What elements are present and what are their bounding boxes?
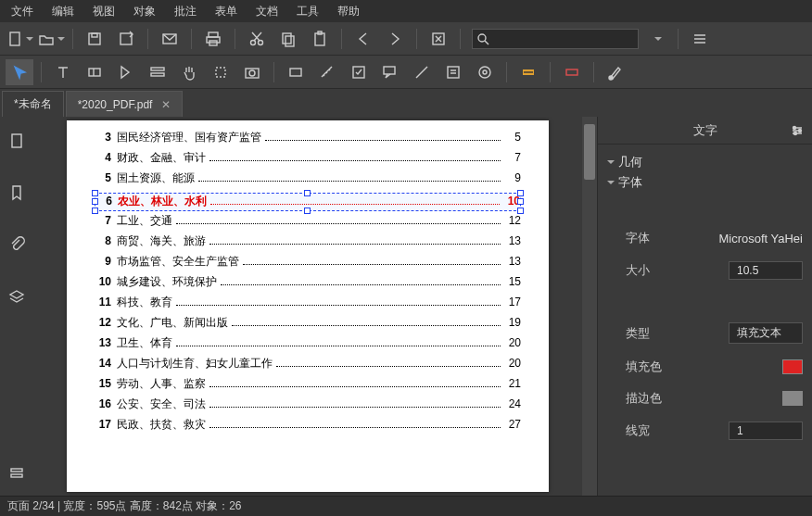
svg-rect-19: [216, 68, 225, 77]
svg-point-33: [793, 127, 796, 130]
section-font[interactable]: 字体: [607, 174, 803, 191]
measure-tool[interactable]: [313, 59, 341, 85]
document-tabs: *未命名*2020_PDF.pdf✕: [0, 89, 812, 117]
svg-rect-28: [566, 69, 577, 75]
resize-handle[interactable]: [92, 208, 98, 214]
resize-handle[interactable]: [517, 198, 524, 205]
check-tool[interactable]: [345, 59, 373, 85]
font-value[interactable]: Microsoft YaHei: [718, 232, 803, 245]
hand-tool[interactable]: [175, 59, 203, 85]
tab[interactable]: *2020_PDF.pdf✕: [66, 91, 184, 117]
snapshot-tool[interactable]: [238, 59, 266, 85]
text-edit-tool[interactable]: [81, 59, 108, 85]
paste-button[interactable]: [306, 26, 334, 52]
form-tool[interactable]: [144, 59, 171, 85]
svg-point-29: [609, 76, 613, 80]
toc-line: 14人口与计划生育、妇女儿童工作20: [95, 356, 521, 376]
resize-handle[interactable]: [304, 208, 311, 214]
search-options[interactable]: [642, 26, 670, 52]
attachments-panel-icon[interactable]: [3, 232, 31, 258]
svg-rect-22: [290, 69, 301, 76]
svg-rect-18: [151, 73, 164, 76]
pdf-page[interactable]: 3国民经济管理、国有资产监管54财政、金融、审计75国土资源、能源96农业、林业…: [67, 120, 549, 492]
new-button[interactable]: [6, 26, 33, 52]
note-tool[interactable]: [439, 59, 467, 85]
link-tool[interactable]: [112, 59, 140, 85]
brush-tool[interactable]: [602, 59, 629, 85]
crop-tool[interactable]: [207, 59, 235, 85]
toc-line: 5国土资源、能源9: [95, 170, 521, 191]
prev-button[interactable]: [349, 26, 377, 52]
menu-文档[interactable]: 文档: [247, 1, 287, 22]
toolbar-main: [0, 22, 812, 56]
toc-line: 9市场监管、安全生产监管13: [95, 254, 521, 274]
section-geometry[interactable]: 几何: [607, 154, 803, 170]
resize-handle[interactable]: [304, 190, 311, 196]
panel-settings-icon[interactable]: [790, 123, 805, 141]
line-tool[interactable]: [408, 59, 436, 85]
menu-对象[interactable]: 对象: [124, 1, 165, 22]
toc-line: 12文化、广电、新闻出版19: [95, 315, 521, 335]
svg-rect-17: [151, 68, 164, 70]
panel-settings-icon[interactable]: [3, 460, 31, 486]
menu-编辑[interactable]: 编辑: [43, 1, 83, 22]
svg-rect-11: [285, 36, 294, 46]
rect-tool[interactable]: [282, 59, 310, 85]
toolbar-tools: [0, 56, 812, 89]
toc-line: 15劳动、人事、监察21: [95, 376, 521, 396]
type-row: 类型 填充文本: [607, 315, 803, 351]
svg-rect-16: [89, 69, 100, 76]
target-tool[interactable]: [471, 59, 499, 85]
toc-line: 16公安、安全、司法24: [95, 396, 521, 417]
svg-rect-2: [92, 33, 97, 37]
linewidth-input[interactable]: 1: [729, 422, 803, 440]
menubar: 文件编辑视图对象批注表单文档工具帮助: [0, 0, 812, 22]
close-icon[interactable]: ✕: [161, 98, 171, 111]
resize-handle[interactable]: [517, 208, 524, 214]
menu-表单[interactable]: 表单: [206, 1, 247, 22]
svg-rect-25: [448, 67, 459, 78]
bookmarks-panel-icon[interactable]: [3, 180, 31, 206]
left-sidebar: [0, 117, 33, 496]
toc-line: 3国民经济管理、国有资产监管5: [95, 130, 521, 150]
tab[interactable]: *未命名: [2, 91, 64, 117]
svg-point-9: [259, 40, 263, 44]
fit-button[interactable]: [425, 26, 452, 52]
stroke-swatch[interactable]: [782, 391, 803, 406]
layers-panel-icon[interactable]: [3, 283, 31, 309]
redact-tool[interactable]: [558, 59, 586, 85]
callout-tool[interactable]: [376, 59, 404, 85]
open-button[interactable]: [37, 26, 65, 52]
menu-视图[interactable]: 视图: [83, 1, 124, 22]
svg-point-15: [478, 34, 486, 42]
menu-帮助[interactable]: 帮助: [328, 1, 369, 22]
menu-批注[interactable]: 批注: [165, 1, 206, 22]
save-button[interactable]: [81, 26, 108, 52]
print-button[interactable]: [199, 26, 227, 52]
svg-rect-1: [89, 33, 100, 44]
size-input[interactable]: 10.5: [729, 261, 803, 280]
text-tool[interactable]: [49, 59, 77, 85]
fill-swatch[interactable]: [782, 359, 803, 374]
menu-文件[interactable]: 文件: [2, 1, 43, 22]
vertical-scrollbar[interactable]: [582, 117, 597, 496]
resize-handle[interactable]: [92, 198, 98, 205]
resize-handle[interactable]: [92, 190, 98, 196]
resize-handle[interactable]: [517, 190, 524, 196]
type-select[interactable]: 填充文本: [729, 322, 803, 344]
next-button[interactable]: [381, 26, 409, 52]
pages-panel-icon[interactable]: [3, 128, 31, 154]
select-tool[interactable]: [6, 59, 33, 85]
search-input[interactable]: [472, 29, 639, 49]
selected-text-object[interactable]: 6农业、林业、水利10: [95, 193, 521, 211]
svg-point-34: [799, 130, 802, 132]
menu-lines-button[interactable]: [686, 26, 714, 52]
toc-line: 8商贸、海关、旅游13: [95, 233, 521, 254]
cut-button[interactable]: [243, 26, 271, 52]
menu-工具[interactable]: 工具: [287, 1, 328, 22]
saveas-button[interactable]: [112, 26, 140, 52]
copy-button[interactable]: [274, 26, 302, 52]
highlight-tool[interactable]: [514, 59, 542, 85]
mail-button[interactable]: [156, 26, 184, 52]
svg-rect-3: [121, 33, 132, 44]
